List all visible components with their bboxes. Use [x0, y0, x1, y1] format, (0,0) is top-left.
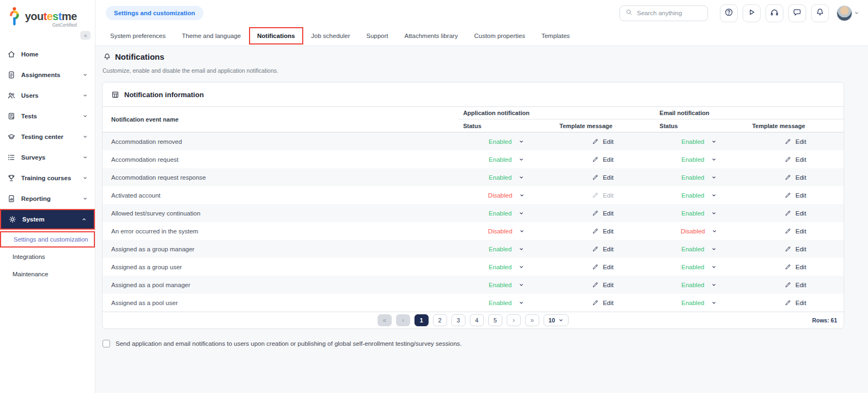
sidebar-item-training-courses[interactable]: Training courses: [0, 168, 95, 188]
app-status-dropdown[interactable]: Enabled: [489, 156, 524, 163]
event-name: Accommodation removed: [103, 138, 458, 145]
event-name: Activated account: [103, 192, 458, 199]
email-status-dropdown[interactable]: Enabled: [681, 156, 717, 163]
pagination-page-button-3[interactable]: 3: [451, 314, 465, 326]
app-status-dropdown[interactable]: Enabled: [489, 300, 524, 306]
pagination-prev-button[interactable]: ‹: [396, 314, 410, 326]
sidebar-item-testing-center[interactable]: Testing center: [0, 126, 95, 147]
send-notifications-checkbox[interactable]: [103, 340, 110, 347]
sidebar-subitem-integrations[interactable]: Integrations: [0, 249, 95, 265]
email-status-dropdown[interactable]: Enabled: [681, 300, 717, 306]
pagination-first-button[interactable]: «: [378, 314, 392, 326]
tab-templates[interactable]: Templates: [533, 26, 578, 46]
search-box[interactable]: [620, 5, 708, 21]
email-status-dropdown[interactable]: Disabled: [681, 228, 718, 234]
app-status-dropdown[interactable]: Enabled: [489, 282, 524, 288]
logo-wordmark: youtestme: [25, 10, 77, 22]
tab-theme-and-language[interactable]: Theme and language: [174, 26, 249, 46]
app-template-edit-button[interactable]: Edit: [592, 227, 614, 234]
email-status-dropdown[interactable]: Enabled: [681, 246, 717, 252]
pencil-icon: [592, 245, 599, 252]
chevron-down-icon: [712, 229, 717, 234]
pagination-next-button[interactable]: ›: [507, 314, 521, 326]
breadcrumb[interactable]: Settings and customization: [106, 6, 203, 20]
avatar[interactable]: [837, 5, 852, 21]
sidebar-item-system[interactable]: System: [0, 209, 95, 230]
chevron-down-icon: [82, 93, 88, 98]
app-template-edit-button[interactable]: Edit: [592, 263, 614, 270]
pagination-last-button[interactable]: »: [525, 314, 539, 326]
card-title: Notification information: [124, 91, 204, 99]
search-icon: [626, 8, 633, 18]
app-template-edit-button[interactable]: Edit: [592, 210, 614, 217]
tab-notifications[interactable]: Notifications: [249, 26, 303, 46]
email-template-edit-button[interactable]: Edit: [784, 227, 806, 234]
pagination-page-button-5[interactable]: 5: [488, 314, 502, 326]
search-input[interactable]: [637, 10, 702, 16]
sidebar-subitem-maintenance[interactable]: Maintenance: [0, 266, 95, 282]
app-status-dropdown[interactable]: Enabled: [489, 264, 524, 270]
app-template-edit-button[interactable]: Edit: [592, 299, 614, 306]
email-template-edit-button[interactable]: Edit: [784, 210, 806, 217]
email-status-dropdown[interactable]: Enabled: [681, 264, 717, 270]
pencil-icon: [592, 138, 599, 145]
pagination-page-button-2[interactable]: 2: [433, 314, 447, 326]
email-template-edit-button[interactable]: Edit: [784, 156, 806, 163]
email-status-dropdown[interactable]: Enabled: [681, 138, 717, 145]
tab-support[interactable]: Support: [358, 26, 396, 46]
email-template-edit-button[interactable]: Edit: [784, 245, 806, 252]
support-button[interactable]: [765, 4, 783, 22]
app-status-dropdown[interactable]: Disabled: [488, 228, 525, 234]
chevron-down-icon: [711, 139, 717, 144]
sidebar-item-surveys[interactable]: Surveys: [0, 147, 95, 168]
email-template-edit-button[interactable]: Edit: [784, 299, 806, 306]
sidebar-collapse-button[interactable]: «: [80, 31, 91, 40]
pagination-page-button-4[interactable]: 4: [470, 314, 484, 326]
table-row: Assigned as a group manager Enabled Edit…: [103, 240, 844, 258]
user-menu[interactable]: [837, 5, 859, 21]
sidebar-item-assignments[interactable]: Assignments: [0, 65, 95, 85]
app-status-dropdown[interactable]: Enabled: [489, 210, 524, 217]
email-status-dropdown[interactable]: Enabled: [681, 174, 717, 181]
email-template-edit-button[interactable]: Edit: [784, 138, 806, 145]
email-template-edit-button[interactable]: Edit: [784, 281, 806, 288]
tab-attachments-library[interactable]: Attachments library: [397, 26, 466, 46]
global-notifications-option: Send application and email notifications…: [103, 340, 844, 347]
sidebar-item-tests[interactable]: Tests: [0, 106, 95, 126]
play-button[interactable]: [743, 4, 761, 22]
app-template-edit-button[interactable]: Edit: [592, 281, 614, 288]
app-template-edit-button[interactable]: Edit: [592, 174, 614, 181]
email-status-dropdown[interactable]: Enabled: [681, 282, 717, 288]
app-template-edit-button[interactable]: Edit: [592, 156, 614, 163]
app-status-dropdown[interactable]: Disabled: [488, 192, 525, 199]
email-status-dropdown[interactable]: Enabled: [681, 192, 717, 199]
help-button[interactable]: [720, 4, 738, 22]
app-status-dropdown[interactable]: Enabled: [489, 246, 524, 252]
table-row: An error occurred in the system Disabled…: [103, 222, 844, 240]
email-template-edit-button[interactable]: Edit: [784, 174, 806, 181]
app-status-value: Disabled: [488, 192, 513, 199]
rows-per-page-select[interactable]: 10: [544, 314, 569, 326]
pencil-icon: [592, 192, 599, 199]
chat-button[interactable]: [788, 4, 806, 22]
sidebar-item-home[interactable]: Home: [0, 44, 95, 65]
app-template-edit-button[interactable]: Edit: [592, 138, 614, 145]
app-status-dropdown[interactable]: Enabled: [489, 174, 524, 181]
email-template-edit-button[interactable]: Edit: [784, 192, 806, 199]
email-status-value: Enabled: [681, 210, 704, 217]
tab-job-scheduler[interactable]: Job scheduler: [303, 26, 359, 46]
app-status-value: Enabled: [489, 282, 512, 288]
email-status-dropdown[interactable]: Enabled: [681, 210, 717, 217]
pagination-page-button-1[interactable]: 1: [414, 314, 429, 326]
app-template-edit-button[interactable]: Edit: [592, 245, 614, 252]
app-status-dropdown[interactable]: Enabled: [489, 138, 524, 145]
notifications-button[interactable]: [811, 4, 829, 22]
tab-custom-properties[interactable]: Custom properties: [466, 26, 533, 46]
sidebar-item-reporting[interactable]: Reporting: [0, 188, 95, 209]
sidebar-item-users[interactable]: Users: [0, 85, 95, 106]
sidebar-subitem-settings-and-customization[interactable]: Settings and customization: [0, 231, 95, 248]
email-template-edit-button[interactable]: Edit: [784, 263, 806, 270]
tab-system-preferences[interactable]: System preferences: [102, 26, 174, 46]
chevron-down-icon: [82, 72, 88, 78]
app-template-edit-button[interactable]: Edit: [592, 192, 614, 199]
